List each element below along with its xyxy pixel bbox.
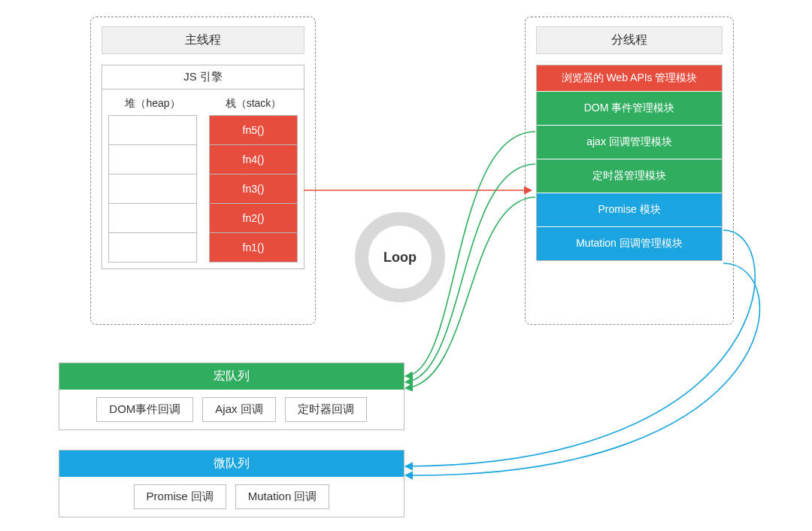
macro-queue-item: Ajax 回调 bbox=[202, 397, 275, 422]
heap-cell bbox=[108, 174, 197, 204]
web-apis-header: 浏览器的 Web APIs 管理模块 bbox=[537, 65, 722, 91]
stack-cells: fn5() fn4() fn3() fn2() fn1() bbox=[209, 115, 298, 262]
macro-queue-title: 宏队列 bbox=[59, 363, 404, 390]
micro-queue-item: Promise 回调 bbox=[134, 484, 226, 509]
macro-queue-item: 定时器回调 bbox=[285, 397, 367, 422]
micro-queue-title: 微队列 bbox=[59, 451, 404, 477]
stack-frame: fn1() bbox=[209, 232, 298, 262]
loop-label: Loop bbox=[383, 250, 417, 266]
heap-cells bbox=[108, 115, 197, 262]
stack-label: 栈（stack） bbox=[209, 94, 298, 115]
micro-queue-item: Mutation 回调 bbox=[235, 484, 330, 509]
heap-cell bbox=[108, 115, 197, 145]
stack-frame: fn2() bbox=[209, 203, 298, 233]
macro-queue-item: DOM事件回调 bbox=[96, 397, 193, 422]
stack-frame: fn3() bbox=[209, 174, 298, 204]
web-apis-box: 浏览器的 Web APIs 管理模块 DOM 事件管理模块 ajax 回调管理模… bbox=[536, 65, 723, 261]
heap-label: 堆（heap） bbox=[108, 94, 197, 115]
heap-column: 堆（heap） bbox=[102, 90, 203, 264]
api-module-dom: DOM 事件管理模块 bbox=[537, 91, 722, 125]
heap-cell bbox=[108, 203, 197, 233]
api-module-mutation: Mutation 回调管理模块 bbox=[537, 226, 722, 260]
heap-cell bbox=[108, 144, 197, 174]
worker-thread-title: 分线程 bbox=[536, 26, 723, 54]
stack-frame: fn4() bbox=[209, 144, 298, 174]
main-thread-title: 主线程 bbox=[102, 26, 304, 54]
stack-column: 栈（stack） fn5() fn4() fn3() fn2() fn1() bbox=[203, 90, 304, 264]
macro-queue: 宏队列 DOM事件回调 Ajax 回调 定时器回调 bbox=[59, 363, 404, 430]
js-engine-title: JS 引擎 bbox=[102, 65, 304, 90]
main-thread-panel: 主线程 JS 引擎 堆（heap） 栈（stack） fn5() fn4() bbox=[90, 17, 316, 325]
js-engine-box: JS 引擎 堆（heap） 栈（stack） fn5() fn4() fn3() bbox=[102, 65, 304, 269]
worker-thread-panel: 分线程 浏览器的 Web APIs 管理模块 DOM 事件管理模块 ajax 回… bbox=[525, 17, 734, 325]
api-module-timer: 定时器管理模块 bbox=[537, 159, 722, 193]
stack-frame: fn5() bbox=[209, 115, 298, 145]
api-module-ajax: ajax 回调管理模块 bbox=[537, 125, 722, 159]
heap-cell bbox=[108, 232, 197, 262]
micro-queue: 微队列 Promise 回调 Mutation 回调 bbox=[59, 450, 404, 517]
api-module-promise: Promise 模块 bbox=[537, 193, 722, 226]
event-loop-circle: Loop bbox=[355, 212, 445, 302]
